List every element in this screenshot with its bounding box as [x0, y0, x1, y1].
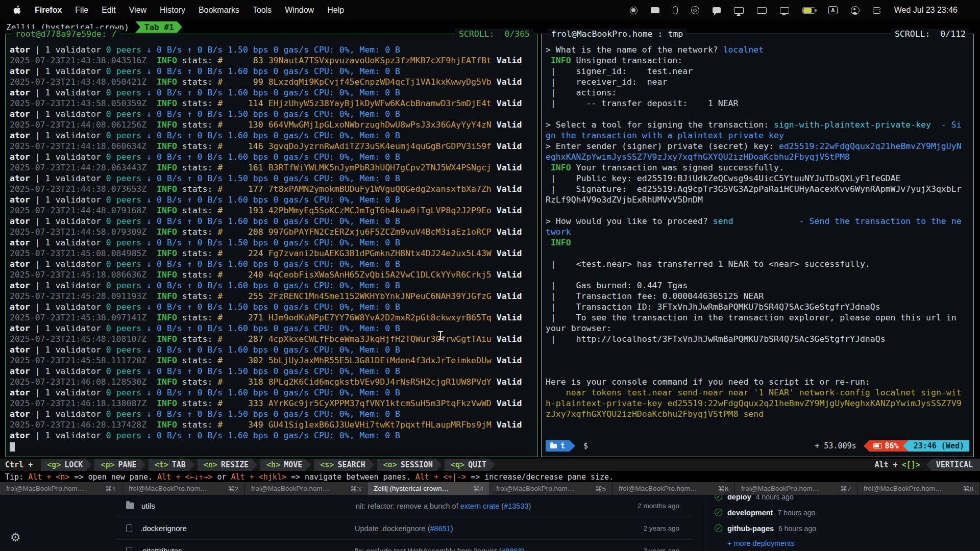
terminal-line: near tokens test.near send-near near '1 …: [546, 387, 969, 398]
settings-gear-icon[interactable]: ⚙: [10, 531, 21, 544]
terminal-line: > Select a tool for signing the transact…: [546, 119, 969, 130]
folder-icon: [550, 444, 557, 448]
commit-message[interactable]: fix: exclude test WebAssembly from lingu…: [355, 547, 608, 551]
powerline-arrow-icon: [926, 459, 932, 471]
menu-tools[interactable]: Tools: [246, 6, 278, 15]
validator-stat-line: ator | 1 validator 0 peers ↓ 0 B/s ↑ 0 B…: [10, 66, 533, 77]
validator-stat-line: ator | 1 validator 0 peers ↓ 0 B/s ↑ 0 B…: [10, 194, 533, 205]
terminal-line: gn the transaction with a plaintext priv…: [546, 130, 969, 141]
check-icon: ✓: [715, 509, 722, 516]
right-pane-content: > What is the name of the network? local…: [546, 44, 969, 453]
siri-icon[interactable]: [691, 6, 699, 14]
deployments-panel: ✓deploy4 hours ago✓development7 hours ag…: [715, 489, 816, 547]
powerline-arrow-icon: [864, 440, 869, 452]
file-row[interactable]: utilsnit: refactor: remove a bunch of ex…: [116, 495, 692, 517]
keybar-hint-lock[interactable]: <g>LOCK: [41, 459, 86, 471]
log-line: 2025-07-23T21:46:28.137428Z INFO stats: …: [10, 419, 533, 430]
deployment-name[interactable]: github-pages: [727, 524, 774, 533]
mic-icon[interactable]: [673, 6, 678, 14]
terminal-tab[interactable]: frol@MacBookPro.hom…⌘5: [490, 482, 612, 495]
left-terminal-pane[interactable]: root@d778a97e59de: / SCROLL: 0/365 ator …: [5, 34, 538, 457]
log-line: 2025-07-23T21:45:18.086636Z INFO stats: …: [10, 269, 533, 280]
keybar-hint-session[interactable]: <o>SESSION: [377, 459, 436, 471]
file-name-link[interactable]: .dockerignore: [140, 524, 355, 533]
menu-file[interactable]: File: [68, 6, 95, 15]
commit-message[interactable]: nit: refactor: remove a bunch of extern …: [356, 502, 608, 510]
menu-bookmarks[interactable]: Bookmarks: [192, 6, 246, 15]
menu-items: FirefoxFileEditViewHistoryBookmarksTools…: [28, 6, 351, 15]
menu-bar-clock[interactable]: Wed Jul 23 23:46: [894, 6, 958, 15]
validator-stat-line: ator | 1 validator 0 peers ↓ 0 B/s ↑ 0 B…: [10, 44, 533, 55]
menu-edit[interactable]: Edit: [95, 6, 122, 15]
terminal-line: your browser:: [546, 323, 969, 334]
panel-divider: [705, 495, 705, 551]
airplay-icon[interactable]: [734, 7, 744, 14]
terminal-line: RzLf9Qh4V9o3dZVjbExRhUMVvV5DnDM: [546, 194, 969, 205]
menu-firefox[interactable]: Firefox: [28, 6, 68, 15]
keybar-hints: <g>LOCK<p>PANE<t>TAB<n>RESIZE<h>MOVE<s>S…: [41, 459, 498, 471]
keybar-hint-search[interactable]: <s>SEARCH: [314, 459, 368, 471]
terminal-line: zJxy7xqfhGXYQU2izHDoaKcbhu2FbyqjVStPM8 s…: [546, 409, 969, 419]
powerline-arrow-icon: [570, 440, 575, 452]
validator-stat-line: ator | 1 validator 0 peers ↓ 0 B/s ↑ 0 B…: [10, 237, 533, 248]
log-line: 2025-07-23T21:45:38.097141Z INFO stats: …: [10, 312, 533, 323]
more-deployments-link[interactable]: + more deployments: [727, 539, 816, 547]
cursor-line: [10, 441, 533, 452]
terminal-line: | Gas burned: 0.447 Tgas: [546, 280, 969, 291]
deployment-name[interactable]: development: [727, 509, 773, 517]
menu-history[interactable]: History: [153, 6, 192, 15]
display-icon[interactable]: [780, 7, 789, 14]
left-pane-content: ator | 1 validator 0 peers ↓ 0 B/s ↑ 0 B…: [10, 44, 533, 453]
file-name-link[interactable]: .gitattributes: [140, 546, 355, 551]
battery-icon[interactable]: [802, 7, 815, 14]
keybar-hint-pane[interactable]: <p>PANE: [94, 459, 139, 471]
command-duration: + 53.009s: [815, 441, 856, 450]
terminal-tab[interactable]: frol@MacBookPro.hom…⌘1: [0, 482, 122, 495]
keybar-hint-resize[interactable]: <n>RESIZE: [198, 459, 252, 471]
log-line: 2025-07-23T21:46:18.138087Z INFO stats: …: [10, 398, 533, 409]
terminal-line: [546, 205, 969, 216]
terminal-line: [546, 344, 969, 355]
validator-stat-line: ator | 1 validator 0 peers ↓ 0 B/s ↑ 0 B…: [10, 344, 533, 355]
apple-logo-icon[interactable]: [13, 6, 21, 15]
terminal-line: | Public key: ed25519:BJiUdkZeQCwsg9s4Ui…: [546, 173, 969, 184]
shell-status-line: t $ + 53.009s 86% 23:46 (Wed): [546, 440, 969, 452]
menu-help[interactable]: Help: [321, 6, 351, 15]
keyboard-icon[interactable]: [757, 7, 767, 14]
screen-record-icon[interactable]: [630, 7, 638, 14]
file-name-link[interactable]: utils: [141, 502, 356, 510]
terminal-tab[interactable]: frol@MacBookPro.hom…⌘7: [735, 482, 857, 495]
deployment-row: ✓development7 hours ago: [715, 505, 816, 520]
docker-icon[interactable]: [651, 7, 659, 13]
validator-stat-line: ator | 1 validator 0 peers ↓ 0 B/s ↑ 0 B…: [10, 366, 533, 377]
account-icon[interactable]: [851, 6, 860, 15]
log-line: 2025-07-23T21:44:48.079168Z INFO stats: …: [10, 205, 533, 216]
keybar-hint-quit[interactable]: <q>QUIT: [445, 459, 489, 471]
mouse-cursor: [438, 331, 443, 341]
terminal-tab[interactable]: frol@MacBookPro.hom…⌘3: [245, 482, 368, 495]
terminal-tab[interactable]: Zellij (hysterical-crown…⌘4: [368, 482, 490, 495]
file-row[interactable]: .dockerignoreUpdate .dockerignore (#8651…: [116, 517, 692, 540]
terminal-tab[interactable]: frol@MacBookPro.hom…⌘8: [857, 482, 980, 495]
keybar-hint-tab[interactable]: <t>TAB: [149, 459, 189, 471]
terminal-tab[interactable]: frol@MacBookPro.hom…⌘2: [122, 482, 245, 495]
menu-window[interactable]: Window: [278, 6, 321, 15]
log-line: 2025-07-23T21:44:28.063443Z INFO stats: …: [10, 162, 533, 173]
control-center-icon[interactable]: [873, 7, 881, 14]
commit-message[interactable]: Update .dockerignore (#8651): [355, 524, 608, 533]
input-source-icon[interactable]: A: [828, 6, 838, 14]
menu-view[interactable]: View: [122, 6, 153, 15]
terminal-line: INFO Unsigned transaction:: [546, 55, 969, 66]
zellij-tab-pill[interactable]: Tab #1: [135, 21, 182, 33]
right-terminal-pane[interactable]: frol@MacBookPro.home : tmp SCROLL: 0/112…: [541, 34, 974, 457]
validator-stat-line: ator | 1 validator 0 peers ↓ 0 B/s ↑ 0 B…: [10, 430, 533, 441]
keybar-prefix: Ctrl +: [5, 460, 33, 469]
file-row[interactable]: .gitattributesfix: exclude test WebAssem…: [116, 540, 692, 551]
zellij-keybind-bar: Ctrl + <g>LOCK<p>PANE<t>TAB<n>RESIZE<h>M…: [0, 459, 980, 471]
chat-icon[interactable]: [713, 7, 721, 13]
log-line: 2025-07-23T21:44:08.061256Z INFO stats: …: [10, 119, 533, 130]
keybar-hint-move[interactable]: <h>MOVE: [260, 459, 305, 471]
file-icon: [126, 547, 132, 551]
terminal-tab[interactable]: frol@MacBookPro.hom…⌘6: [612, 482, 735, 495]
terminal-line: > How would you like to proceed? send - …: [546, 216, 969, 227]
